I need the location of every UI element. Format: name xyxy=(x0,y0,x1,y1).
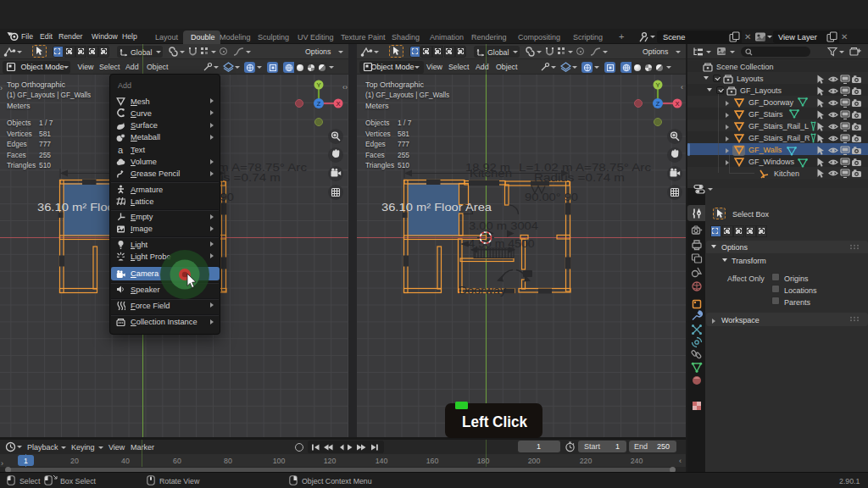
svg-text:X: X xyxy=(336,100,340,108)
svg-text:Z: Z xyxy=(317,100,321,108)
svg-text:Z: Z xyxy=(656,100,660,108)
svg-text:Y: Y xyxy=(655,81,659,89)
svg-text:Y: Y xyxy=(316,81,320,89)
svg-text:a: a xyxy=(118,145,124,154)
svg-text:X: X xyxy=(675,100,679,108)
